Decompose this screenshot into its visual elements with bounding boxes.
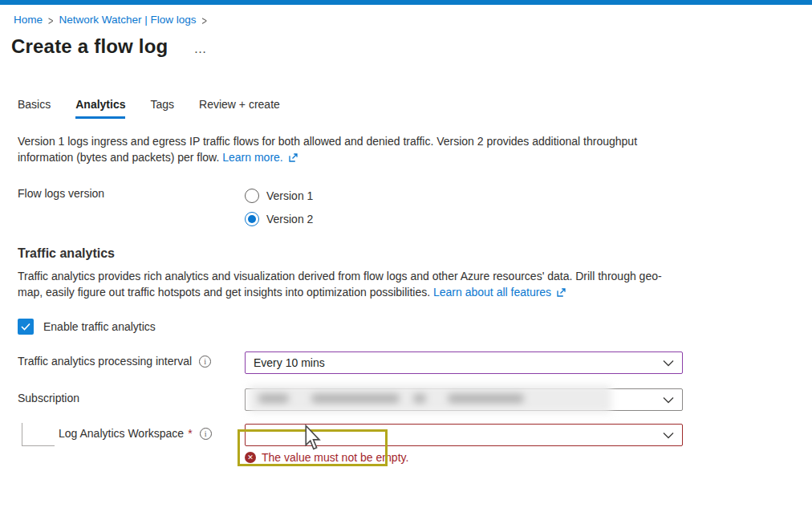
radio-unselected-icon bbox=[245, 189, 259, 203]
tab-basics[interactable]: Basics bbox=[18, 98, 51, 119]
breadcrumb-network-watcher-link[interactable]: Network Watcher | Flow logs bbox=[59, 14, 196, 26]
info-icon[interactable]: i bbox=[199, 356, 211, 368]
error-icon: ✕ bbox=[245, 452, 256, 463]
version-description-text: Version 1 logs ingress and egress IP tra… bbox=[18, 135, 637, 164]
chevron-down-icon bbox=[663, 429, 674, 441]
tab-analytics[interactable]: Analytics bbox=[75, 98, 125, 119]
radio-version-2[interactable]: Version 2 bbox=[245, 207, 683, 230]
page-title: Create a flow log bbox=[11, 35, 168, 58]
breadcrumb-home-link[interactable]: Home bbox=[14, 14, 43, 26]
tab-tags[interactable]: Tags bbox=[150, 98, 174, 119]
subscription-label: Subscription bbox=[18, 392, 79, 404]
more-options-icon[interactable]: … bbox=[193, 37, 207, 56]
learn-more-link[interactable]: Learn more. bbox=[222, 151, 282, 164]
traffic-analytics-heading: Traffic analytics bbox=[18, 246, 812, 261]
flow-logs-version-label: Flow logs version bbox=[18, 184, 245, 200]
enable-traffic-analytics-checkbox[interactable] bbox=[18, 319, 34, 335]
tab-review-create[interactable]: Review + create bbox=[199, 98, 280, 119]
external-link-icon bbox=[289, 150, 298, 166]
subscription-child-connector-line bbox=[22, 423, 55, 446]
radio-version-2-label: Version 2 bbox=[266, 213, 313, 226]
log-analytics-workspace-label: Log Analytics Workspace bbox=[59, 427, 184, 440]
tab-bar: Basics Analytics Tags Review + create bbox=[18, 98, 812, 119]
radio-selected-icon bbox=[245, 212, 259, 226]
chevron-down-icon bbox=[663, 356, 674, 369]
flow-logs-version-group: Version 1 Version 2 bbox=[245, 184, 683, 230]
chevron-right-icon: > bbox=[202, 13, 207, 26]
log-analytics-workspace-dropdown[interactable] bbox=[245, 424, 683, 446]
processing-interval-label: Traffic analytics processing interval bbox=[18, 355, 192, 368]
processing-interval-dropdown[interactable]: Every 10 mins bbox=[245, 351, 683, 374]
radio-version-1[interactable]: Version 1 bbox=[245, 184, 683, 207]
traffic-analytics-description: Traffic analytics provides rich analytic… bbox=[18, 268, 672, 301]
breadcrumb: Home > Network Watcher | Flow logs > bbox=[14, 14, 812, 26]
enable-traffic-analytics-label: Enable traffic analytics bbox=[43, 320, 156, 333]
radio-version-1-label: Version 1 bbox=[266, 189, 313, 202]
chevron-right-icon: > bbox=[48, 13, 53, 26]
required-asterisk: * bbox=[188, 427, 192, 440]
chevron-down-icon bbox=[663, 393, 674, 406]
subscription-dropdown[interactable] bbox=[245, 388, 683, 411]
processing-interval-value: Every 10 mins bbox=[254, 356, 325, 369]
validation-error: ✕ The value must not be empty. bbox=[245, 451, 812, 464]
version-description: Version 1 logs ingress and egress IP tra… bbox=[18, 133, 672, 166]
info-icon[interactable]: i bbox=[200, 428, 212, 440]
checkmark-icon bbox=[21, 323, 30, 331]
validation-error-text: The value must not be empty. bbox=[262, 451, 408, 464]
learn-about-features-link[interactable]: Learn about all features bbox=[433, 286, 551, 299]
external-link-icon bbox=[557, 285, 566, 301]
top-accent-bar bbox=[0, 0, 812, 5]
